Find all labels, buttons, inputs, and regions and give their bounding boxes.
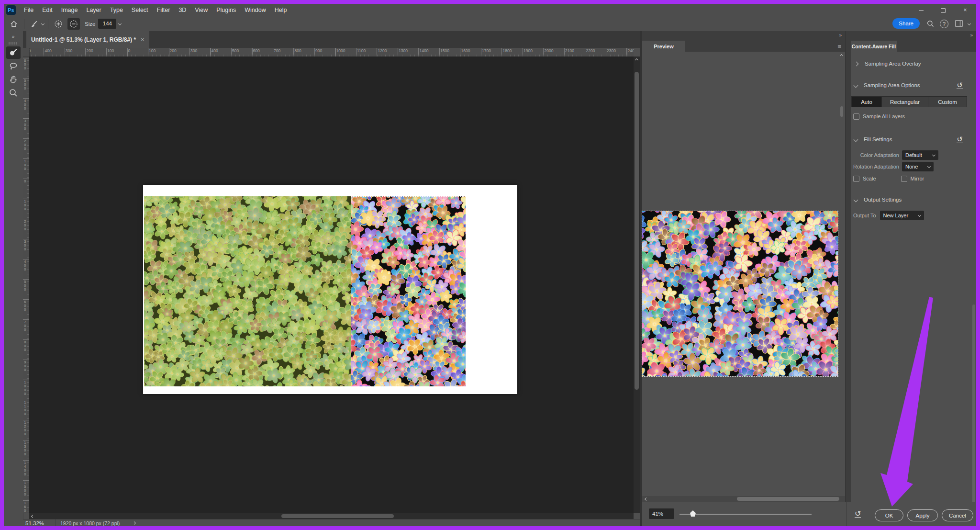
ruler-label: 5 0 0 — [24, 280, 26, 292]
chevron-right-icon[interactable] — [854, 61, 859, 66]
scrollbar-thumb[interactable] — [281, 514, 394, 518]
collapse-panel-icon[interactable]: » — [839, 33, 842, 38]
chevron-down-icon[interactable] — [854, 137, 858, 142]
fill-selection-artwork[interactable] — [351, 196, 466, 386]
scrollbar-thumb[interactable] — [840, 106, 843, 117]
hand-tool[interactable] — [6, 73, 21, 86]
section-sampling-area-overlay[interactable]: Sampling Area Overlay — [851, 59, 976, 68]
reset-icon[interactable]: ↺ — [957, 136, 963, 143]
sampling-area-artwork[interactable] — [144, 196, 351, 386]
document-tab[interactable]: Untitled-1 @ 51.3% (Layer 1, RGB/8#) * × — [26, 31, 149, 48]
scrollbar-thumb[interactable] — [737, 497, 839, 501]
hand-icon — [9, 75, 18, 84]
add-to-sampling-button[interactable] — [52, 18, 65, 30]
brush-size-input[interactable]: 144 — [98, 19, 116, 29]
collapse-panel-icon[interactable]: » — [970, 33, 973, 38]
cancel-button[interactable]: Cancel — [942, 509, 973, 521]
ruler-label: 1800 — [503, 48, 512, 53]
zoom-tool[interactable] — [6, 87, 21, 99]
reset-icon[interactable]: ↺ — [957, 82, 963, 89]
tab-close-icon[interactable]: × — [141, 36, 145, 43]
lasso-tool[interactable] — [6, 60, 21, 72]
sample-all-layers-checkbox[interactable] — [853, 113, 859, 120]
ruler-label: 400 — [45, 48, 52, 53]
scale-checkbox[interactable] — [853, 176, 859, 182]
menu-item-help[interactable]: Help — [270, 4, 291, 16]
horizontal-ruler[interactable]: 5004003002001000100200300400500600700800… — [23, 48, 634, 57]
minimize-button[interactable] — [910, 4, 932, 16]
search-button[interactable] — [927, 20, 934, 27]
canvas-horizontal-scrollbar[interactable] — [29, 513, 634, 519]
panel-menu-icon[interactable]: ≡ — [837, 43, 841, 50]
preview-horizontal-scrollbar[interactable] — [642, 496, 845, 502]
ruler-label: 100 — [107, 48, 114, 53]
tool-preset-button[interactable] — [28, 18, 41, 30]
section-output-settings[interactable]: Output Settings — [851, 195, 976, 204]
section-fill-settings[interactable]: Fill Settings ↺ — [851, 135, 976, 144]
workspace-button[interactable] — [955, 20, 963, 27]
section-sampling-area-options[interactable]: Sampling Area Options ↺ — [851, 80, 976, 90]
sampling-mode-auto[interactable]: Auto — [852, 97, 881, 107]
ruler-label: 1300 — [399, 48, 408, 53]
chevron-down-icon[interactable] — [854, 83, 858, 88]
home-button[interactable] — [8, 18, 20, 30]
preview-zoom-input[interactable]: 41% — [649, 508, 674, 519]
ok-button[interactable]: OK — [875, 509, 903, 521]
toolbar-collapse-icon[interactable]: » — [4, 31, 23, 39]
rotation-adaptation-select[interactable]: None — [902, 162, 934, 171]
scroll-left-icon[interactable] — [645, 497, 648, 501]
zoom-level-field[interactable]: 51.32% — [25, 520, 55, 526]
mirror-checkbox[interactable] — [901, 176, 907, 182]
help-button[interactable]: ? — [940, 20, 948, 28]
menu-item-window[interactable]: Window — [240, 4, 270, 16]
sampling-mode-rectangular[interactable]: Rectangular — [882, 97, 928, 107]
chevron-down-icon[interactable] — [968, 22, 971, 25]
preview-zoom-slider[interactable] — [679, 514, 812, 515]
menu-item-layer[interactable]: Layer — [82, 4, 105, 16]
menu-item-select[interactable]: Select — [127, 4, 153, 16]
share-button[interactable]: Share — [892, 18, 920, 29]
tab-preview[interactable]: Preview — [642, 41, 685, 52]
preview-vertical-scrollbar[interactable] — [839, 58, 844, 492]
subtract-from-sampling-button[interactable] — [67, 18, 80, 30]
scroll-up-icon[interactable] — [635, 58, 638, 62]
menu-item-edit[interactable]: Edit — [38, 4, 57, 16]
menu-item-file[interactable]: File — [20, 4, 38, 16]
menu-item-type[interactable]: Type — [106, 4, 127, 16]
chevron-down-icon[interactable] — [118, 22, 122, 25]
menu-item-3d[interactable]: 3D — [174, 4, 190, 16]
menu-item-image[interactable]: Image — [57, 4, 82, 16]
tab-content-aware-fill[interactable]: Content-Aware Fill — [851, 41, 897, 52]
toolbar-grip[interactable] — [9, 42, 18, 45]
color-adaptation-select[interactable]: Default — [902, 150, 938, 160]
restore-button[interactable] — [932, 4, 954, 16]
status-flyout-icon[interactable] — [133, 521, 136, 525]
ruler-label: 1200 — [378, 48, 387, 53]
caf-tab-row: Content-Aware Fill — [851, 41, 976, 52]
menu-item-filter[interactable]: Filter — [153, 4, 175, 16]
scrollbar-thumb[interactable] — [635, 72, 639, 390]
sampling-mode-custom[interactable]: Custom — [928, 97, 967, 107]
reset-all-icon[interactable]: ↺ — [855, 510, 861, 518]
chevron-down-icon[interactable] — [41, 22, 45, 25]
preview-image[interactable] — [642, 211, 838, 376]
caf-vertical-scrollbar[interactable] — [972, 52, 976, 502]
ruler-label: 600 — [253, 48, 260, 53]
chevron-down-icon[interactable] — [854, 197, 858, 202]
ruler-label: 800 — [295, 48, 301, 53]
scrollbar-thumb[interactable] — [972, 304, 975, 517]
output-to-select[interactable]: New Layer — [880, 211, 924, 220]
sampling-brush-tool[interactable] — [6, 46, 21, 59]
document-artwork[interactable] — [144, 196, 466, 386]
apply-button[interactable]: Apply — [907, 509, 938, 521]
document-canvas[interactable] — [143, 185, 517, 394]
canvas-vertical-scrollbar[interactable] — [634, 56, 640, 513]
close-button[interactable]: × — [954, 4, 976, 16]
menu-item-view[interactable]: View — [190, 4, 212, 16]
menu-item-plugins[interactable]: Plugins — [212, 4, 240, 16]
sampling-brush-icon — [9, 48, 18, 57]
canvas-area[interactable] — [29, 56, 634, 513]
scroll-left-icon[interactable] — [31, 515, 34, 518]
preview-zoom-slider-thumb[interactable] — [690, 510, 696, 517]
vertical-ruler[interactable]: 6 0 05 0 04 0 03 0 02 0 01 0 001 0 02 0 … — [23, 56, 30, 513]
